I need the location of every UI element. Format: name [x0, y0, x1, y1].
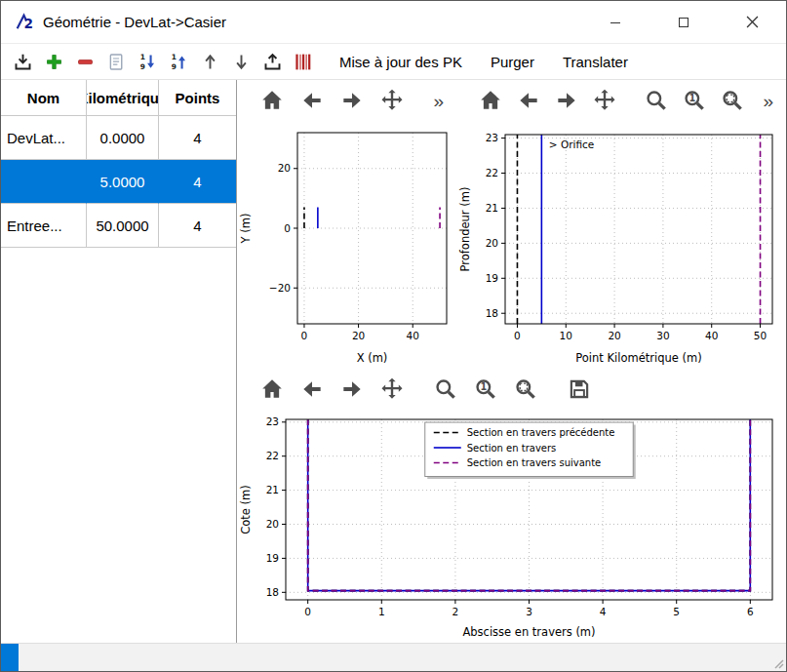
back-icon	[516, 88, 541, 113]
minus-icon	[75, 52, 96, 72]
svg-text:20: 20	[352, 330, 365, 341]
profile-panel: » 01020304050181920212223Point Kilométri…	[456, 80, 786, 369]
close-button[interactable]	[718, 1, 786, 43]
svg-text:20: 20	[608, 330, 620, 341]
sort-descending-button[interactable]: 1 9	[136, 50, 160, 74]
sort-descending-icon: 1 9	[138, 52, 158, 72]
forward-button[interactable]	[338, 376, 366, 403]
minimize-button[interactable]	[581, 1, 649, 43]
export-button[interactable]	[260, 50, 285, 74]
pan-button[interactable]	[378, 87, 406, 114]
svg-text:−20: −20	[269, 282, 291, 294]
svg-text:5: 5	[673, 606, 680, 617]
zoom-selection-button[interactable]	[720, 87, 745, 114]
svg-text:19: 19	[486, 272, 498, 284]
pan-icon	[379, 376, 405, 402]
cell-pk[interactable]: 0.0000	[87, 116, 159, 160]
update-pk-button[interactable]: Mise à jour des PK	[329, 49, 473, 75]
sort-ascending-icon: 1 9	[169, 52, 189, 72]
zoom-button[interactable]	[644, 87, 669, 114]
home-button[interactable]	[258, 376, 286, 403]
zoom-1-button[interactable]	[682, 87, 707, 114]
add-button[interactable]	[42, 50, 66, 74]
maximize-button[interactable]	[649, 1, 718, 43]
svg-text:30: 30	[656, 330, 669, 341]
svg-text:0: 0	[514, 330, 521, 341]
back-button[interactable]	[298, 376, 326, 403]
pk-stripes-button[interactable]	[292, 50, 316, 74]
home-button[interactable]	[478, 87, 503, 114]
plan-view-chart[interactable]: 02040−20020X (m)Y (m)	[237, 121, 456, 369]
svg-text:1: 1	[172, 53, 177, 61]
remove-button[interactable]	[73, 50, 98, 74]
cell-nom[interactable]	[1, 160, 87, 204]
cell-nom[interactable]: Entree...	[1, 204, 87, 248]
svg-text:0: 0	[301, 330, 308, 341]
sort-ascending-button[interactable]: 1 9	[167, 50, 191, 74]
cell-pk[interactable]: 5.0000	[87, 160, 159, 204]
cell-nom[interactable]: DevLat...	[1, 116, 87, 160]
forward-button[interactable]	[554, 87, 579, 114]
column-header-nom[interactable]: Nom	[1, 80, 87, 116]
resize-grip[interactable]	[770, 655, 784, 669]
move-down-button[interactable]	[229, 50, 254, 74]
window-title: Géométrie - DevLat->Casier	[43, 14, 226, 30]
save-button[interactable]	[566, 376, 593, 403]
zoom-1-button[interactable]	[472, 376, 499, 403]
move-up-button[interactable]	[198, 50, 222, 74]
forward-button[interactable]	[338, 87, 366, 114]
svg-text:2: 2	[453, 606, 459, 617]
profile-chart[interactable]: 01020304050181920212223Point Kilométriqu…	[456, 121, 786, 369]
home-button[interactable]	[258, 87, 286, 114]
zoom-selection-button[interactable]	[512, 376, 539, 403]
home-icon	[259, 88, 285, 113]
geometry-window: 2 Géométrie - DevLat->Casier	[0, 0, 787, 672]
plots-area: » 02040−20020X (m)Y (m) »	[237, 80, 786, 643]
main-toolbar: 1 9 1 9	[1, 44, 786, 80]
title-bar: 2 Géométrie - DevLat->Casier	[1, 1, 786, 44]
back-icon	[299, 88, 325, 113]
svg-text:0: 0	[284, 222, 291, 234]
svg-text:> Orifice: > Orifice	[549, 138, 594, 150]
column-header-points[interactable]: Points	[159, 80, 236, 116]
sections-table: Nom Kilométrique Points DevLat... 0.0000…	[1, 80, 236, 248]
svg-text:20: 20	[266, 518, 279, 530]
svg-text:20: 20	[486, 237, 498, 249]
back-icon	[299, 376, 325, 402]
pan-icon	[379, 88, 405, 113]
svg-text:6: 6	[747, 606, 754, 617]
toolbar-overflow-button[interactable]: »	[428, 92, 449, 110]
svg-text:0: 0	[304, 606, 311, 617]
back-button[interactable]	[516, 87, 541, 114]
forward-icon	[554, 88, 579, 113]
svg-text:23: 23	[486, 132, 498, 143]
svg-text:9: 9	[172, 61, 177, 70]
cell-points[interactable]: 4	[159, 116, 236, 160]
svg-text:40: 40	[407, 330, 419, 341]
svg-text:Section en travers suivante: Section en travers suivante	[467, 457, 602, 468]
svg-text:40: 40	[705, 330, 718, 341]
zoom-button[interactable]	[432, 376, 459, 403]
cross-section-chart[interactable]: 0123456181920212223Abscisse en travers (…	[237, 410, 786, 643]
import-button[interactable]	[11, 50, 35, 74]
zoom-selection-icon	[513, 376, 538, 402]
back-button[interactable]	[298, 87, 326, 114]
maximize-icon	[678, 17, 689, 28]
cell-points[interactable]: 4	[159, 160, 236, 204]
edit-button[interactable]	[104, 50, 129, 74]
cell-pk[interactable]: 50.0000	[87, 204, 159, 248]
cell-points[interactable]: 4	[159, 204, 236, 248]
pan-button[interactable]	[592, 87, 617, 114]
translate-button[interactable]: Translater	[552, 49, 639, 75]
dock-handle[interactable]	[1, 644, 19, 671]
svg-text:Section en travers précédente: Section en travers précédente	[467, 427, 615, 438]
purge-button[interactable]: Purger	[480, 49, 545, 75]
zoom-1-icon	[473, 376, 498, 402]
column-header-kilometrique[interactable]: Kilométrique	[87, 80, 159, 116]
plan-view-panel: » 02040−20020X (m)Y (m)	[237, 80, 456, 369]
pan-button[interactable]	[378, 376, 406, 403]
svg-text:20: 20	[278, 162, 291, 174]
toolbar-overflow-button[interactable]: »	[758, 92, 778, 110]
svg-text:Cote (m): Cote (m)	[239, 485, 253, 534]
cross-section-panel: 0123456181920212223Abscisse en travers (…	[237, 369, 786, 643]
